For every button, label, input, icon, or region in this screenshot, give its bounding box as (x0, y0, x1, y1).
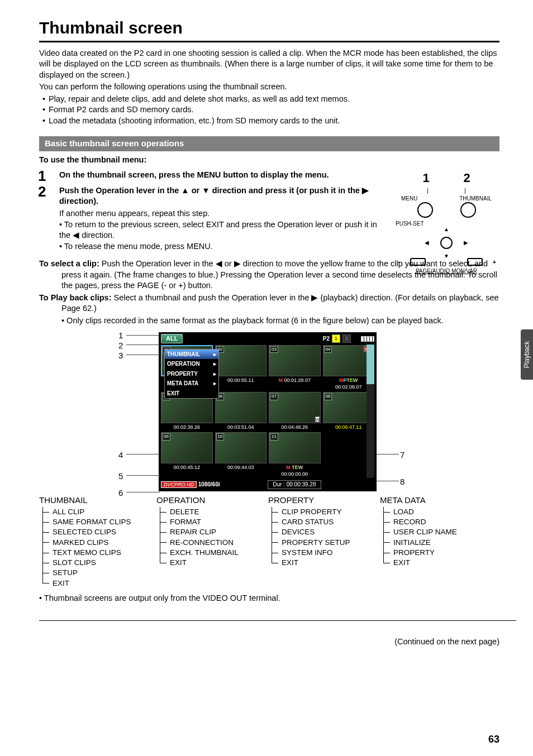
operation-lever-icon: ▲ ◀ ▶ ▼ (427, 229, 466, 257)
thumb-cell-10: 10 (215, 432, 267, 463)
tc-r2-3: 00:04:48.26 (269, 423, 321, 431)
tree-head-property: PROPERTY (268, 495, 374, 506)
popup-item-exit: EXIT (165, 389, 218, 399)
intro-p1: Video data created on the P2 card in one… (39, 48, 499, 81)
tree-repair: REPAIR CLIP (164, 527, 263, 537)
thumb-cell-11: 11 (269, 432, 321, 463)
to-play-block: To Play back clips: Select a thumbnail a… (39, 293, 499, 314)
cell-10-num: 10 (216, 433, 225, 441)
tree-same-format: SAME FORMAT CLIPS (47, 517, 151, 527)
page-title: Thumbnail screen (39, 17, 499, 40)
callout-4: 4 (118, 449, 123, 461)
cell-03-num: 03 (270, 346, 278, 353)
step-2-bullet-1: To return to the previous screen, select… (59, 219, 386, 241)
tree-head-thumbnail: THUMBNAIL (39, 495, 151, 506)
callout-8: 8 (400, 476, 404, 487)
step-1-text: On the thumbnail screen, press the MENU … (59, 170, 386, 181)
tree-metadata-list: LOAD RECORD USER CLIP NAME INITIALIZE PR… (388, 507, 475, 568)
tree-load: LOAD (388, 507, 475, 517)
cell-09-num: 09 (162, 433, 170, 441)
tree-delete: DELETE (164, 507, 263, 517)
intro-block: Video data created on the P2 card in one… (39, 48, 499, 93)
thumb-cell-03: 03 (269, 345, 321, 376)
side-tab-label: Playback (522, 341, 531, 369)
callout-6: 6 (118, 487, 123, 499)
step-1: 1 On the thumbnail screen, press the MEN… (39, 170, 386, 181)
cell-04-num: 04 (324, 346, 332, 353)
popup-item-metadata: META DATA▸ (165, 379, 218, 389)
bullet-load-metadata: Load the metadata (shooting information,… (42, 116, 499, 127)
control-diagram: 1 2 || MENU THUMBNAIL PUSH-SET ▲ ◀ ▶ ▼ −… (393, 170, 499, 275)
play-note-text: Only clips recorded in the same format a… (66, 316, 444, 325)
tree-reconnect: RE-CONNECTION (164, 538, 263, 548)
minus-label: − (397, 258, 400, 266)
format-text: 1080/60i (198, 481, 220, 487)
step-2: 2 Push the Operation lever in the ▲ or ▼… (39, 185, 386, 252)
tc-r2-2: 00:03:51.04 (215, 423, 267, 431)
cell-11-num: 11 (270, 433, 278, 441)
page-number: 63 (488, 733, 499, 746)
page-minus-button-icon (410, 258, 426, 266)
tree-format: FORMAT (164, 517, 263, 527)
tc-r1-2: 00:00:55.11 (215, 376, 267, 391)
step-2-text: Push the Operation lever in the ▲ or ▼ d… (59, 185, 386, 207)
side-tab-playback: Playback (521, 329, 533, 380)
footer-rule (39, 620, 516, 621)
tc-r2-1: 00:02:38.26 (161, 423, 213, 431)
popup-header: THUMBNAIL▸ (165, 350, 218, 360)
thumbnail-menu-popup: THUMBNAIL▸ OPERATION▸ PROPERTY▸ META DAT… (164, 349, 219, 399)
tc-r3-1: 00:00:45:12 (161, 463, 213, 478)
thumb-cell-09: 09 (161, 432, 213, 463)
thumb-cell-06: 06 (215, 392, 267, 423)
to-play-body: Select a thumbnail and push the Operatio… (61, 293, 499, 313)
popup-item-property: PROPERTY▸ (165, 369, 218, 379)
to-select-label: To select a clip: (39, 259, 99, 268)
tree-slot-clips: SLOT CLIPS (47, 558, 151, 568)
diagram-callout-2: 2 (463, 170, 470, 186)
thumbnail-screenshot: 1 2 3 4 5 6 7 8 ALL P2 1 2 01 02 03 04 (39, 332, 499, 491)
intro-bullets: Play, repair and delete clips, add and d… (39, 94, 499, 127)
intro-p2: You can perform the following operations… (39, 82, 499, 93)
thumb-cell-07: 07W (269, 392, 321, 423)
tree-marked-clips: MARKED CLIPS (47, 538, 151, 548)
cell-04-indicators: MPTEW (339, 377, 358, 383)
tc-r3-2: 00:09:44.03 (215, 463, 267, 478)
popup-item-operation: OPERATION▸ (165, 359, 218, 369)
to-play-label: To Play back clips: (39, 293, 111, 302)
duration-box: Dur : 00:00:39.28 (268, 480, 321, 489)
step-2-number: 2 (38, 182, 46, 202)
tc-r3-3: 00:00:00.00 (281, 471, 308, 477)
plus-label: + (493, 258, 496, 266)
tree-thumbnail-list: ALL CLIP SAME FORMAT CLIPS SELECTED CLIP… (47, 507, 151, 588)
tree-exch-thumb: EXCH. THUMBNAIL (164, 548, 263, 558)
tc-r1-3: 00:01:28.07 (284, 377, 311, 383)
tree-head-metadata: META DATA (380, 495, 475, 506)
scrollbar-icon (367, 344, 374, 478)
cell-07-num: 07 (270, 393, 278, 400)
callout-5: 5 (118, 471, 123, 482)
tree-head-operation: OPERATION (156, 495, 263, 506)
tree-meta-property: PROPERTY (388, 548, 475, 558)
cell-03-m-icon: M (278, 377, 283, 383)
diagram-callout-1: 1 (422, 170, 429, 186)
slot-1-indicator: 1 (332, 334, 340, 342)
tree-thumb-exit: EXIT (47, 578, 151, 588)
tree-devices: DEVICES (276, 527, 374, 537)
bullet-format: Format P2 cards and SD memory cards. (42, 104, 499, 116)
footnote: Thumbnail screens are output only from t… (39, 593, 499, 604)
section-header: Basic thumbnail screen operations (39, 136, 499, 151)
bullet-play: Play, repair and delete clips, add and d… (42, 94, 499, 105)
tree-op-exit: EXIT (164, 558, 263, 568)
tree-all-clip: ALL CLIP (47, 507, 151, 517)
filter-all-badge: ALL (161, 334, 183, 343)
sub-header: To use the thumbnail menu: (39, 155, 499, 166)
page-plus-button-icon (467, 258, 483, 266)
tree-record: RECORD (388, 517, 475, 527)
tc-r1-4: 00:02:08.07 (335, 384, 362, 390)
play-note: • Only clips recorded in the same format… (39, 315, 499, 327)
diagram-label-thumbnail: THUMBNAIL (459, 195, 492, 203)
tree-user-clip-name: USER CLIP NAME (388, 527, 475, 537)
tree-initialize: INITIALIZE (388, 538, 475, 548)
thumb-cell-02: 02 (215, 345, 267, 376)
tree-property-setup: PROPERTY SETUP (276, 538, 374, 548)
